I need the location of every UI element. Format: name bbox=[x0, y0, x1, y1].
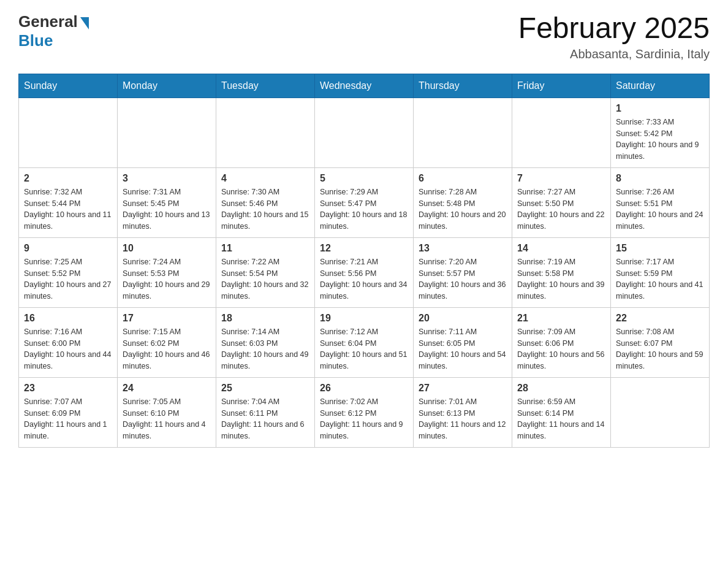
day-info: Sunrise: 7:02 AM Sunset: 6:12 PM Dayligh… bbox=[320, 396, 408, 442]
calendar-cell: 11Sunrise: 7:22 AM Sunset: 5:54 PM Dayli… bbox=[216, 237, 315, 307]
day-info: Sunrise: 7:29 AM Sunset: 5:47 PM Dayligh… bbox=[320, 186, 408, 232]
weekday-header-monday: Monday bbox=[118, 74, 216, 98]
week-row-5: 23Sunrise: 7:07 AM Sunset: 6:09 PM Dayli… bbox=[19, 377, 710, 447]
calendar-cell bbox=[118, 98, 216, 167]
calendar-cell: 16Sunrise: 7:16 AM Sunset: 6:00 PM Dayli… bbox=[19, 307, 118, 377]
day-info: Sunrise: 7:21 AM Sunset: 5:56 PM Dayligh… bbox=[320, 256, 408, 302]
week-row-1: 1Sunrise: 7:33 AM Sunset: 5:42 PM Daylig… bbox=[19, 98, 710, 167]
day-info: Sunrise: 7:26 AM Sunset: 5:51 PM Dayligh… bbox=[616, 186, 704, 232]
calendar-cell bbox=[512, 98, 611, 167]
calendar-cell: 5Sunrise: 7:29 AM Sunset: 5:47 PM Daylig… bbox=[315, 167, 414, 237]
logo-general-text: General bbox=[18, 12, 78, 31]
calendar-cell: 21Sunrise: 7:09 AM Sunset: 6:06 PM Dayli… bbox=[512, 307, 611, 377]
day-number: 19 bbox=[320, 313, 408, 324]
day-number: 18 bbox=[221, 313, 309, 324]
weekday-header-saturday: Saturday bbox=[611, 74, 710, 98]
day-info: Sunrise: 7:28 AM Sunset: 5:48 PM Dayligh… bbox=[419, 186, 507, 232]
day-info: Sunrise: 7:17 AM Sunset: 5:59 PM Dayligh… bbox=[616, 256, 704, 302]
day-info: Sunrise: 7:15 AM Sunset: 6:02 PM Dayligh… bbox=[123, 326, 211, 372]
day-number: 22 bbox=[616, 313, 704, 324]
day-info: Sunrise: 7:19 AM Sunset: 5:58 PM Dayligh… bbox=[517, 256, 605, 302]
calendar-cell: 18Sunrise: 7:14 AM Sunset: 6:03 PM Dayli… bbox=[216, 307, 315, 377]
day-number: 20 bbox=[419, 313, 507, 324]
day-number: 27 bbox=[419, 383, 507, 394]
day-number: 10 bbox=[123, 243, 211, 254]
day-number: 21 bbox=[517, 313, 605, 324]
week-row-4: 16Sunrise: 7:16 AM Sunset: 6:00 PM Dayli… bbox=[19, 307, 710, 377]
title-block: February 2025 Abbasanta, Sardinia, Italy bbox=[518, 12, 710, 61]
calendar-cell: 9Sunrise: 7:25 AM Sunset: 5:52 PM Daylig… bbox=[19, 237, 118, 307]
day-number: 12 bbox=[320, 243, 408, 254]
day-info: Sunrise: 7:22 AM Sunset: 5:54 PM Dayligh… bbox=[221, 256, 309, 302]
day-info: Sunrise: 7:12 AM Sunset: 6:04 PM Dayligh… bbox=[320, 326, 408, 372]
weekday-header-sunday: Sunday bbox=[19, 74, 118, 98]
day-info: Sunrise: 7:11 AM Sunset: 6:05 PM Dayligh… bbox=[419, 326, 507, 372]
calendar-cell bbox=[315, 98, 414, 167]
day-number: 14 bbox=[517, 243, 605, 254]
day-number: 9 bbox=[24, 243, 112, 254]
day-info: Sunrise: 6:59 AM Sunset: 6:14 PM Dayligh… bbox=[517, 396, 605, 442]
day-info: Sunrise: 7:31 AM Sunset: 5:45 PM Dayligh… bbox=[123, 186, 211, 232]
calendar-cell: 17Sunrise: 7:15 AM Sunset: 6:02 PM Dayli… bbox=[118, 307, 216, 377]
day-info: Sunrise: 7:33 AM Sunset: 5:42 PM Dayligh… bbox=[616, 117, 704, 163]
calendar-cell: 4Sunrise: 7:30 AM Sunset: 5:46 PM Daylig… bbox=[216, 167, 315, 237]
day-number: 8 bbox=[616, 173, 704, 184]
calendar-cell: 2Sunrise: 7:32 AM Sunset: 5:44 PM Daylig… bbox=[19, 167, 118, 237]
day-info: Sunrise: 7:08 AM Sunset: 6:07 PM Dayligh… bbox=[616, 326, 704, 372]
calendar-cell: 24Sunrise: 7:05 AM Sunset: 6:10 PM Dayli… bbox=[118, 377, 216, 447]
day-info: Sunrise: 7:16 AM Sunset: 6:00 PM Dayligh… bbox=[24, 326, 112, 372]
day-info: Sunrise: 7:27 AM Sunset: 5:50 PM Dayligh… bbox=[517, 186, 605, 232]
day-number: 7 bbox=[517, 173, 605, 184]
day-number: 25 bbox=[221, 383, 309, 394]
calendar-cell: 3Sunrise: 7:31 AM Sunset: 5:45 PM Daylig… bbox=[118, 167, 216, 237]
calendar-cell bbox=[611, 377, 710, 447]
day-info: Sunrise: 7:14 AM Sunset: 6:03 PM Dayligh… bbox=[221, 326, 309, 372]
day-number: 6 bbox=[419, 173, 507, 184]
day-number: 15 bbox=[616, 243, 704, 254]
calendar-cell: 26Sunrise: 7:02 AM Sunset: 6:12 PM Dayli… bbox=[315, 377, 414, 447]
calendar-cell: 25Sunrise: 7:04 AM Sunset: 6:11 PM Dayli… bbox=[216, 377, 315, 447]
calendar-cell: 10Sunrise: 7:24 AM Sunset: 5:53 PM Dayli… bbox=[118, 237, 216, 307]
day-info: Sunrise: 7:05 AM Sunset: 6:10 PM Dayligh… bbox=[123, 396, 211, 442]
day-info: Sunrise: 7:20 AM Sunset: 5:57 PM Dayligh… bbox=[419, 256, 507, 302]
day-number: 5 bbox=[320, 173, 408, 184]
calendar-cell: 8Sunrise: 7:26 AM Sunset: 5:51 PM Daylig… bbox=[611, 167, 710, 237]
calendar-table: SundayMondayTuesdayWednesdayThursdayFrid… bbox=[18, 74, 710, 448]
day-info: Sunrise: 7:09 AM Sunset: 6:06 PM Dayligh… bbox=[517, 326, 605, 372]
day-number: 13 bbox=[419, 243, 507, 254]
week-row-2: 2Sunrise: 7:32 AM Sunset: 5:44 PM Daylig… bbox=[19, 167, 710, 237]
day-info: Sunrise: 7:24 AM Sunset: 5:53 PM Dayligh… bbox=[123, 256, 211, 302]
logo: General Blue bbox=[18, 12, 89, 50]
day-number: 4 bbox=[221, 173, 309, 184]
calendar-cell bbox=[216, 98, 315, 167]
calendar-title: February 2025 bbox=[518, 12, 710, 45]
day-number: 28 bbox=[517, 383, 605, 394]
calendar-subtitle: Abbasanta, Sardinia, Italy bbox=[518, 47, 710, 61]
day-number: 11 bbox=[221, 243, 309, 254]
day-number: 26 bbox=[320, 383, 408, 394]
day-number: 17 bbox=[123, 313, 211, 324]
day-info: Sunrise: 7:04 AM Sunset: 6:11 PM Dayligh… bbox=[221, 396, 309, 442]
calendar-cell: 13Sunrise: 7:20 AM Sunset: 5:57 PM Dayli… bbox=[414, 237, 512, 307]
calendar-cell: 7Sunrise: 7:27 AM Sunset: 5:50 PM Daylig… bbox=[512, 167, 611, 237]
page-header: General Blue February 2025 Abbasanta, Sa… bbox=[18, 12, 710, 61]
calendar-cell: 15Sunrise: 7:17 AM Sunset: 5:59 PM Dayli… bbox=[611, 237, 710, 307]
day-info: Sunrise: 7:07 AM Sunset: 6:09 PM Dayligh… bbox=[24, 396, 112, 442]
calendar-cell bbox=[414, 98, 512, 167]
logo-blue-text: Blue bbox=[18, 31, 53, 50]
calendar-cell bbox=[19, 98, 118, 167]
calendar-cell: 28Sunrise: 6:59 AM Sunset: 6:14 PM Dayli… bbox=[512, 377, 611, 447]
day-info: Sunrise: 7:25 AM Sunset: 5:52 PM Dayligh… bbox=[24, 256, 112, 302]
day-info: Sunrise: 7:01 AM Sunset: 6:13 PM Dayligh… bbox=[419, 396, 507, 442]
day-number: 1 bbox=[616, 103, 704, 114]
weekday-header-wednesday: Wednesday bbox=[315, 74, 414, 98]
calendar-cell: 20Sunrise: 7:11 AM Sunset: 6:05 PM Dayli… bbox=[414, 307, 512, 377]
calendar-cell: 12Sunrise: 7:21 AM Sunset: 5:56 PM Dayli… bbox=[315, 237, 414, 307]
calendar-cell: 22Sunrise: 7:08 AM Sunset: 6:07 PM Dayli… bbox=[611, 307, 710, 377]
weekday-header-thursday: Thursday bbox=[414, 74, 512, 98]
calendar-cell: 14Sunrise: 7:19 AM Sunset: 5:58 PM Dayli… bbox=[512, 237, 611, 307]
weekday-header-tuesday: Tuesday bbox=[216, 74, 315, 98]
weekday-header-friday: Friday bbox=[512, 74, 611, 98]
weekday-header-row: SundayMondayTuesdayWednesdayThursdayFrid… bbox=[19, 74, 710, 98]
day-number: 2 bbox=[24, 173, 112, 184]
